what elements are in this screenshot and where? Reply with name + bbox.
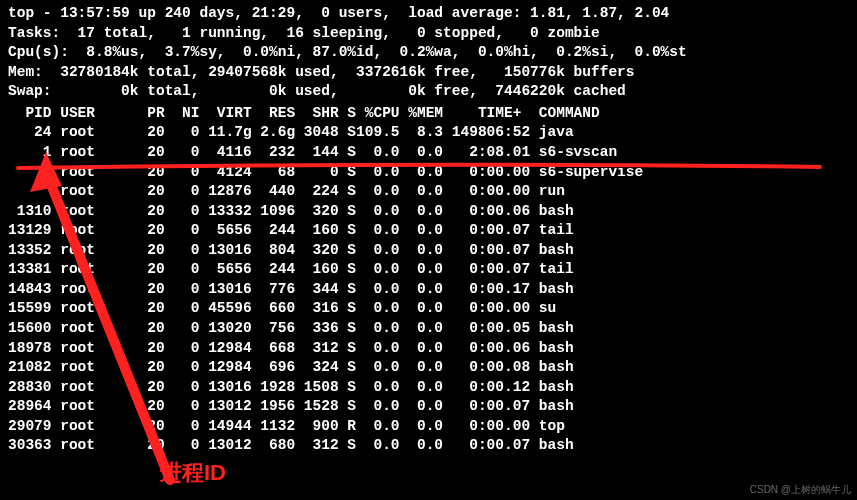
table-row: 13129 root 20 0 5656 244 160 S 0.0 0.0 0… xyxy=(8,221,849,241)
process-table-body: 24 root 20 0 11.7g 2.6g 3048 S109.5 8.3 … xyxy=(8,123,849,456)
table-row: 28830 root 20 0 13016 1928 1508 S 0.0 0.… xyxy=(8,378,849,398)
table-row: 15600 root 20 0 13020 756 336 S 0.0 0.0 … xyxy=(8,319,849,339)
table-row: 29079 root 20 0 14944 1132 900 R 0.0 0.0… xyxy=(8,417,849,437)
table-row: 21082 root 20 0 12984 696 324 S 0.0 0.0 … xyxy=(8,358,849,378)
top-summary-line3: Cpu(s): 8.8%us, 3.7%sy, 0.0%ni, 87.0%id,… xyxy=(8,43,849,63)
process-table-header: PID USER PR NI VIRT RES SHR S %CPU %MEM … xyxy=(8,104,849,124)
top-summary-line4: Mem: 32780184k total, 29407568k used, 33… xyxy=(8,63,849,83)
table-row: 1310 root 20 0 13332 1096 320 S 0.0 0.0 … xyxy=(8,202,849,222)
table-row: 18978 root 20 0 12984 668 312 S 0.0 0.0 … xyxy=(8,339,849,359)
top-summary-line5: Swap: 0k total, 0k used, 0k free, 744622… xyxy=(8,82,849,102)
watermark: CSDN @上树的蜗牛儿 xyxy=(750,483,851,497)
table-row: 13352 root 20 0 13016 804 320 S 0.0 0.0 … xyxy=(8,241,849,261)
top-summary-line2: Tasks: 17 total, 1 running, 16 sleeping,… xyxy=(8,24,849,44)
table-row: 13381 root 20 0 5656 244 160 S 0.0 0.0 0… xyxy=(8,260,849,280)
table-row: 14843 root 20 0 13016 776 344 S 0.0 0.0 … xyxy=(8,280,849,300)
annotation-label: 进程ID xyxy=(160,458,226,488)
table-row: 15599 root 20 0 45596 660 316 S 0.0 0.0 … xyxy=(8,299,849,319)
table-row: 30363 root 20 0 13012 680 312 S 0.0 0.0 … xyxy=(8,436,849,456)
table-row: 24 root 20 0 11.7g 2.6g 3048 S109.5 8.3 … xyxy=(8,123,849,143)
table-row: 1 root 20 0 4116 232 144 S 0.0 0.0 2:08.… xyxy=(8,143,849,163)
table-row: root 20 0 12876 440 224 S 0.0 0.0 0:00.0… xyxy=(8,182,849,202)
top-summary-line1: top - 13:57:59 up 240 days, 21:29, 0 use… xyxy=(8,4,849,24)
table-row: 28964 root 20 0 13012 1956 1528 S 0.0 0.… xyxy=(8,397,849,417)
table-row: root 20 0 4124 68 0 S 0.0 0.0 0:00.00 s6… xyxy=(8,163,849,183)
